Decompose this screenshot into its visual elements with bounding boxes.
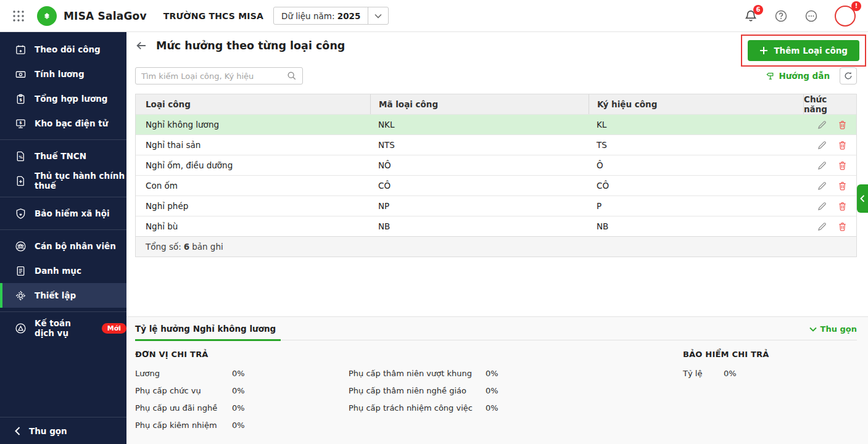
rate-item: Phụ cấp kiêm nhiệm 0%: [135, 416, 349, 434]
svg-text:%: %: [19, 154, 22, 158]
shield-heart-icon: [14, 207, 27, 220]
delete-icon[interactable]: [837, 140, 848, 150]
chevron-left-icon: [860, 195, 865, 202]
sidebar-item-ke-toan-dich-vu[interactable]: Kế toán dịch vụ Mới: [0, 316, 126, 340]
tab-rate-detail[interactable]: Tỷ lệ hưởng Nghỉ không lương: [135, 324, 281, 341]
edit-icon[interactable]: [817, 140, 827, 150]
ellipsis-icon: [804, 9, 818, 23]
sidebar-divider: [0, 139, 126, 140]
new-badge: Mới: [102, 323, 126, 334]
delete-icon[interactable]: [837, 201, 848, 212]
misa-logo-icon: [37, 6, 57, 26]
plus-icon: [759, 46, 768, 55]
edit-icon[interactable]: [817, 181, 827, 191]
column-header: Chức năng: [803, 94, 856, 114]
app-name: MISA SalaGov: [64, 10, 147, 22]
sidebar-collapse-button[interactable]: Thu gọn: [0, 417, 126, 444]
table-row[interactable]: Nghỉ ốm, điều dưỡng NÔ Ô: [136, 155, 856, 175]
search-icon[interactable]: [287, 71, 297, 81]
sidebar-item-kho-bac-dien-tu[interactable]: $ Kho bạc điện tử: [0, 111, 126, 136]
search-input[interactable]: [141, 72, 287, 81]
edit-icon[interactable]: [817, 120, 827, 130]
sidebar-item-can-bo-nhan-vien[interactable]: Cán bộ nhân viên: [0, 234, 126, 258]
app-root: MISA SalaGov TRƯỜNG THCS MISA Dữ liệu nă…: [0, 0, 868, 444]
delete-icon[interactable]: [837, 160, 848, 171]
help-button[interactable]: [774, 9, 788, 23]
guide-link[interactable]: Hướng dẫn: [765, 71, 830, 81]
question-icon: [774, 9, 788, 23]
table-footer: Tổng số: 6 bản ghi: [136, 236, 856, 257]
rate-item: Tỷ lệ 0%: [683, 364, 769, 382]
add-work-type-button[interactable]: Thêm Loại công: [748, 40, 859, 61]
table-row[interactable]: Nghỉ bù NB NB: [136, 216, 856, 236]
notification-count-badge: 6: [753, 5, 763, 15]
people-group-icon: [14, 240, 27, 252]
rate-item: Phụ cấp ưu đãi nghề 0%: [135, 399, 349, 416]
column-header: Loại công: [136, 94, 370, 114]
main-content: Mức hưởng theo từng loại công Thêm Loại …: [126, 32, 868, 444]
record-count: 6: [184, 242, 189, 252]
sidebar-divider: [0, 197, 126, 197]
table-row[interactable]: Nghỉ không lương NKL KL: [136, 114, 856, 134]
org-name: TRƯỜNG THCS MISA: [163, 11, 263, 21]
data-year-select[interactable]: Dữ liệu năm: 2025: [273, 7, 389, 25]
delete-icon[interactable]: [837, 221, 848, 232]
banknote-icon: [14, 68, 27, 80]
amis-logo-icon: [14, 322, 27, 334]
table-row[interactable]: Con ốm CÔ CÔ: [136, 175, 856, 195]
sidebar-item-thue-tncn[interactable]: % Thuế TNCN: [0, 144, 126, 168]
highlight-annotation: Thêm Loại công: [741, 35, 866, 67]
rate-item: Phụ cấp thâm niên nghề giáo 0%: [349, 382, 498, 399]
more-options-button[interactable]: [804, 9, 818, 23]
file-plus-icon: [14, 175, 27, 187]
delete-icon[interactable]: [837, 120, 848, 130]
sidebar: Theo dõi công Tính lương $ Tổng hợp lươn…: [0, 32, 126, 444]
sidebar-divider: [0, 311, 126, 312]
expand-right-panel-handle[interactable]: [857, 184, 868, 213]
sidebar-item-bao-hiem-xa-hoi[interactable]: Bảo hiểm xã hội: [0, 201, 126, 226]
back-button[interactable]: [135, 39, 147, 52]
data-year-value: Dữ liệu năm: 2025: [274, 11, 368, 21]
chevron-down-icon[interactable]: [368, 14, 388, 18]
rate-item: Phụ cấp thâm niên vượt khung 0%: [349, 364, 498, 382]
section-title-insurance-pays: BẢO HIỂM CHI TRẢ: [683, 350, 769, 359]
refresh-icon: [843, 71, 853, 81]
rate-item: Phụ cấp trách nhiệm công việc 0%: [349, 399, 498, 416]
sidebar-item-thu-tuc-hanh-chinh-thue[interactable]: Thủ tục hành chính thuế: [0, 168, 126, 193]
gear-icon: [14, 289, 27, 302]
table-row[interactable]: Nghỉ phép NP P: [136, 195, 856, 216]
clipboard-dollar-icon: $: [14, 92, 27, 105]
column-header: Mã loại công: [370, 94, 589, 114]
search-box[interactable]: [135, 67, 303, 84]
panel-collapse-button[interactable]: Thu gọn: [809, 324, 857, 340]
calendar-plus-icon: [14, 43, 27, 56]
notifications-button[interactable]: 6: [744, 9, 758, 23]
table-row[interactable]: Nghỉ thai sản NTS TS: [136, 134, 856, 155]
document-list-icon: [14, 265, 27, 277]
user-avatar[interactable]: !: [835, 6, 856, 27]
rate-detail-panel: Tỷ lệ hưởng Nghỉ không lương Thu gọn ĐƠN…: [126, 316, 868, 444]
column-header: Ký hiệu công: [589, 94, 803, 114]
signpost-icon: [765, 71, 775, 81]
monitor-dollar-icon: $: [14, 117, 27, 130]
rate-item: Phụ cấp chức vụ 0%: [135, 382, 349, 399]
edit-icon[interactable]: [817, 201, 827, 212]
chevron-down-icon: [809, 327, 817, 332]
edit-icon[interactable]: [817, 160, 827, 171]
rate-item: Lương 0%: [135, 364, 349, 382]
table-header: Loại công Mã loại công Ký hiệu công Chức…: [136, 94, 856, 114]
sidebar-divider: [0, 229, 126, 230]
avatar-alert-badge: !: [851, 1, 861, 11]
topbar: MISA SalaGov TRƯỜNG THCS MISA Dữ liệu nă…: [0, 0, 868, 32]
sidebar-item-tinh-luong[interactable]: Tính lương: [0, 62, 126, 86]
page-title: Mức hưởng theo từng loại công: [156, 39, 345, 52]
sidebar-item-danh-muc[interactable]: Danh mục: [0, 258, 126, 283]
app-launcher-icon[interactable]: [12, 10, 25, 22]
delete-icon[interactable]: [837, 181, 848, 191]
sidebar-item-theo-doi-cong[interactable]: Theo dõi công: [0, 37, 126, 62]
sidebar-item-thiet-lap[interactable]: Thiết lập: [0, 283, 126, 308]
edit-icon[interactable]: [817, 221, 827, 232]
svg-text:$: $: [19, 120, 22, 125]
refresh-button[interactable]: [840, 67, 857, 84]
sidebar-item-tong-hop-luong[interactable]: $ Tổng hợp lương: [0, 86, 126, 111]
